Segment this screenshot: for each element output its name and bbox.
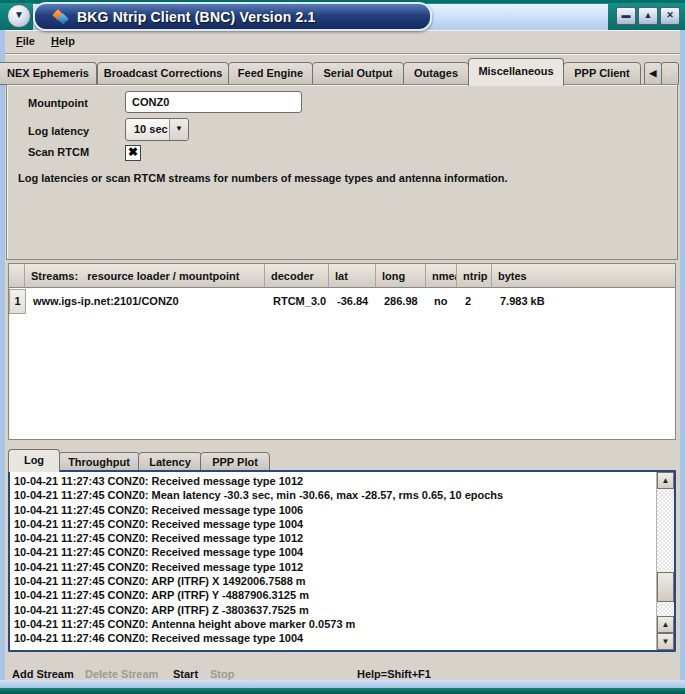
mountpoint-label: Mountpoint <box>28 97 88 109</box>
add-stream-button[interactable]: Add Stream <box>12 665 74 683</box>
tab-serial-output[interactable]: Serial Output <box>312 62 404 85</box>
log-line: 10-04-21 11:27:45 CONZ0: Received messag… <box>14 503 652 517</box>
checkbox-checked-icon: ✖ <box>128 145 138 159</box>
bnc-window: ▼ BKG Ntrip Client (BNC) Version 2.1 ▬ ▲… <box>0 0 685 694</box>
minimize-icon: ▬ <box>622 10 631 20</box>
scroll-up-button[interactable]: ▲ <box>657 472 674 489</box>
combo-arrow-box: ▼ <box>169 119 188 140</box>
log-line: 10-04-21 11:27:45 CONZ0: Antenna height … <box>14 617 652 631</box>
start-button[interactable]: Start <box>173 665 198 683</box>
menu-file[interactable]: File <box>10 33 41 49</box>
header-decoder[interactable]: decoder <box>265 264 329 288</box>
scrollbar-thumb[interactable] <box>657 572 674 602</box>
cell-long: 286.98 <box>377 289 427 313</box>
arrow-down-icon: ▼ <box>662 637 670 646</box>
cell-ntrip: 2 <box>458 289 493 313</box>
header-ntrip[interactable]: ntrip <box>457 264 492 288</box>
arrow-up-icon: ▲ <box>662 476 670 485</box>
tab-log[interactable]: Log <box>8 449 60 472</box>
log-line: 10-04-21 11:27:45 CONZ0: ARP (ITRF) Y -4… <box>14 588 652 602</box>
scan-rtcm-label: Scan RTCM <box>28 146 89 158</box>
log-line: 10-04-21 11:27:45 CONZ0: Received messag… <box>14 531 652 545</box>
log-line: 10-04-21 11:27:45 CONZ0: Received messag… <box>14 545 652 559</box>
window-border-bottom <box>0 688 685 694</box>
scroll-down-button[interactable]: ▼ <box>657 633 674 650</box>
close-button[interactable]: ✕ <box>660 7 680 25</box>
tab-ppp-client[interactable]: PPP Client <box>563 62 641 85</box>
header-bytes[interactable]: bytes <box>492 264 675 288</box>
tab-scroll-left-button[interactable]: ◀ <box>644 62 662 86</box>
tab-ppp-plot[interactable]: PPP Plot <box>200 452 270 472</box>
cell-mountpoint: www.igs-ip.net:2101/CONZ0 <box>26 289 266 313</box>
log-output[interactable]: 10-04-21 11:27:43 CONZ0: Received messag… <box>8 470 676 652</box>
log-line: 10-04-21 11:27:45 CONZ0: Received messag… <box>14 560 652 574</box>
tab-broadcast-corrections[interactable]: Broadcast Corrections <box>97 62 229 85</box>
cell-decoder: RTCM_3.0 <box>266 289 330 313</box>
tab-latency[interactable]: Latency <box>138 452 202 472</box>
maximize-icon: ▲ <box>644 10 653 20</box>
log-latency-select[interactable]: 10 sec ▼ <box>125 118 189 141</box>
cell-bytes: 7.983 kB <box>493 289 675 313</box>
log-latency-label: Log latency <box>28 125 89 137</box>
header-long[interactable]: long <box>376 264 426 288</box>
log-line: 10-04-21 11:27:45 CONZ0: Mean latency -3… <box>14 488 652 502</box>
streams-table: Streams: resource loader / mountpoint de… <box>8 263 676 440</box>
log-line: 10-04-21 11:27:45 CONZ0: ARP (ITRF) X 14… <box>14 574 652 588</box>
tab-feed-engine[interactable]: Feed Engine <box>228 62 313 85</box>
cell-lat: -36.84 <box>330 289 377 313</box>
log-latency-value: 10 sec <box>126 119 169 140</box>
header-streams[interactable]: Streams: resource loader / mountpoint <box>25 264 265 288</box>
log-line: 10-04-21 11:27:43 CONZ0: Received messag… <box>14 474 652 488</box>
log-scrollbar[interactable]: ▲ ▲ ▼ <box>656 472 674 650</box>
mountpoint-input[interactable] <box>125 91 302 113</box>
arrow-up-icon: ▲ <box>662 620 670 629</box>
delete-stream-button[interactable]: Delete Stream <box>85 665 158 683</box>
menubar: File Help <box>5 30 680 54</box>
window-title: BKG Ntrip Client (BNC) Version 2.1 <box>77 9 316 25</box>
minimize-button[interactable]: ▬ <box>616 7 636 25</box>
tab-rinex-ephemeris[interactable]: NEX Ephemeris <box>0 62 97 85</box>
caption-pill[interactable]: BKG Ntrip Client (BNC) Version 2.1 <box>33 2 432 31</box>
close-icon: ✕ <box>666 10 674 20</box>
tab-throughput[interactable]: Throughput <box>58 452 140 472</box>
panel-description: Log latencies or scan RTCM streams for n… <box>18 172 508 184</box>
tab-miscellaneous[interactable]: Miscellaneous <box>468 58 564 86</box>
header-lat[interactable]: lat <box>329 264 376 288</box>
stop-button[interactable]: Stop <box>210 665 234 683</box>
tab-scroll-right-button[interactable]: ▶ <box>661 62 679 86</box>
streams-table-header-row: Streams: resource loader / mountpoint de… <box>9 264 675 288</box>
log-line: 10-04-21 11:27:45 CONZ0: ARP (ITRF) Z -3… <box>14 603 652 617</box>
table-row[interactable]: www.igs-ip.net:2101/CONZ0 RTCM_3.0 -36.8… <box>9 289 675 313</box>
log-line: 10-04-21 11:27:45 CONZ0: Received messag… <box>14 517 652 531</box>
tab-outages[interactable]: Outages <box>403 62 469 85</box>
header-nmea[interactable]: nmea <box>426 264 457 288</box>
help-shortcut-label: Help=Shift+F1 <box>357 665 431 683</box>
arrow-right-icon: ▶ <box>667 68 674 78</box>
log-line: 10-04-21 11:27:46 CONZ0: Received messag… <box>14 631 652 645</box>
arrow-left-icon: ◀ <box>650 68 657 78</box>
corner-header-cell <box>9 264 25 288</box>
scan-rtcm-checkbox[interactable]: ✖ <box>125 145 141 161</box>
menu-help[interactable]: Help <box>45 33 81 49</box>
log-lines: 10-04-21 11:27:43 CONZ0: Received messag… <box>14 474 652 648</box>
app-icon <box>53 9 69 25</box>
scroll-up-button-bottom[interactable]: ▲ <box>657 616 674 633</box>
cell-nmea: no <box>427 289 458 313</box>
maximize-button[interactable]: ▲ <box>638 7 658 25</box>
window-menu-button[interactable]: ▼ <box>7 4 31 28</box>
chevron-down-icon: ▼ <box>175 124 183 133</box>
chevron-down-icon: ▼ <box>14 9 24 20</box>
